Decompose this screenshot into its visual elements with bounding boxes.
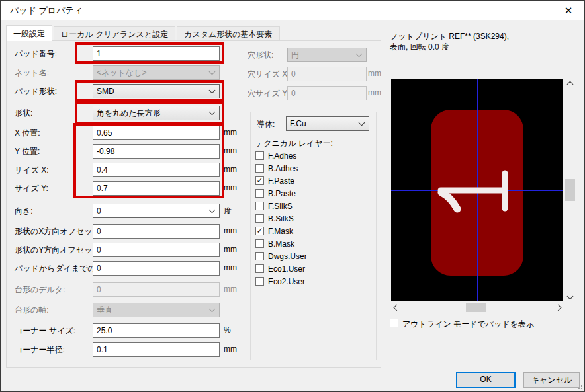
unchecked-checkbox-icon[interactable] (255, 264, 264, 273)
layer-checkbox-row[interactable]: F.SilkS (255, 200, 307, 212)
pad-type-select[interactable]: SMD (93, 84, 220, 98)
corner-radius-unit: mm (224, 344, 237, 354)
ok-button[interactable]: OK (456, 372, 516, 388)
scroll-down-icon[interactable] (564, 291, 576, 301)
hole-size-x-input: 0 (287, 67, 367, 81)
corner-size-label: コーナー サイズ: (15, 325, 75, 336)
layer-label: B.Adhes (268, 164, 298, 173)
pos-y-unit: mm (224, 146, 237, 155)
unchecked-checkbox-icon[interactable] (255, 239, 264, 248)
technical-layers-label: テクニカル レイヤー: (255, 138, 333, 149)
hole-shape-select: 円 (287, 48, 367, 62)
scroll-right-icon[interactable] (553, 302, 563, 313)
pad-properties-dialog: パッド プロパティ ✕ 一般設定 ローカル クリアランスと設定 カスタム形状の基… (0, 0, 585, 392)
pos-y-input[interactable]: -0.98 (93, 144, 220, 159)
scroll-left-icon[interactable] (391, 302, 402, 313)
unchecked-checkbox-icon[interactable] (255, 252, 264, 260)
shape-select[interactable]: 角を丸めた長方形 (93, 106, 220, 120)
layer-label: F.SilkS (268, 202, 292, 211)
outline-mode-checkbox[interactable] (390, 319, 398, 327)
chevron-down-icon (359, 120, 365, 126)
orientation-unit: 度 (224, 206, 232, 217)
hole-size-x-unit: mm (368, 69, 381, 78)
pad-number-input[interactable]: 1 (93, 46, 220, 61)
conductor-label: 導体: (257, 119, 275, 130)
orientation-combo[interactable]: 0 (93, 204, 220, 218)
chevron-down-icon (209, 109, 216, 116)
tab-local-clearance[interactable]: ローカル クリアランスと設定 (54, 26, 175, 41)
shape-label: 形状: (15, 108, 32, 119)
layer-label: Eco1.User (268, 264, 305, 274)
layer-label: F.Mask (268, 227, 293, 236)
layer-label: B.Paste (268, 189, 296, 198)
corner-radius-label: コーナー半径: (15, 344, 65, 356)
scroll-up-icon[interactable] (564, 79, 576, 89)
size-y-unit: mm (224, 183, 237, 192)
unchecked-checkbox-icon[interactable] (255, 214, 264, 223)
layer-label: B.Mask (268, 239, 294, 249)
chevron-down-icon (209, 69, 216, 75)
close-icon[interactable]: ✕ (558, 1, 579, 20)
layer-checkbox-row[interactable]: B.Paste (255, 187, 307, 200)
die-length-unit: mm (224, 263, 237, 272)
layer-checkbox-row[interactable]: B.SilkS (255, 212, 307, 225)
resize-grip-icon[interactable] (576, 383, 582, 389)
trapezoid-axis-select: 垂直 (93, 303, 220, 317)
pad-number-glyph (391, 79, 563, 301)
unchecked-checkbox-icon[interactable] (255, 189, 264, 198)
checked-checkbox-icon[interactable]: ✓ (255, 227, 264, 235)
layer-checkbox-row[interactable]: Dwgs.User (255, 250, 307, 262)
preview-horizontal-scrollbar[interactable] (391, 302, 563, 313)
layer-checkbox-row[interactable]: B.Adhes (255, 162, 307, 175)
layer-checkbox-row[interactable]: ✓F.Paste (255, 175, 307, 187)
chevron-down-icon (356, 51, 363, 58)
offset-y-input[interactable]: 0 (93, 243, 220, 257)
layer-checkbox-row[interactable]: ✓F.Mask (255, 225, 307, 237)
corner-size-unit: % (224, 325, 231, 334)
trapezoid-delta-label: 台形のデルタ: (15, 284, 65, 295)
preview-vertical-scrollbar[interactable] (564, 79, 576, 301)
layer-checkbox-row[interactable]: Eco1.User (255, 262, 307, 275)
hole-size-y-label: 穴サイズ Y: (248, 88, 289, 99)
footprint-info: フットプリント REF** (3SK294), 表面, 回転 0.0 度 (390, 31, 583, 52)
layer-label: Dwgs.User (268, 252, 307, 261)
die-length-input[interactable]: 0 (93, 261, 220, 276)
conductor-select[interactable]: F.Cu (286, 116, 369, 131)
horizontal-scrollbar-thumb[interactable] (466, 303, 486, 312)
window-title: パッド プロパティ (10, 1, 83, 20)
size-x-input[interactable]: 0.4 (93, 163, 220, 177)
footprint-info-line1: フットプリント REF** (3SK294), (390, 31, 583, 42)
cancel-button[interactable]: キャンセル (523, 372, 580, 388)
tab-custom-shape-primitives[interactable]: カスタム形状の基本要素 (177, 26, 279, 41)
trapezoid-delta-unit: mm (224, 284, 237, 294)
layer-checkbox-row[interactable]: B.Mask (255, 237, 307, 250)
pos-x-input[interactable]: 0.65 (93, 126, 220, 140)
layer-checkbox-row[interactable]: F.Adhes (255, 149, 307, 162)
pos-x-unit: mm (224, 128, 237, 137)
layer-label: F.Adhes (268, 151, 296, 161)
titlebar[interactable]: パッド プロパティ ✕ (1, 1, 584, 20)
pad-number-label: パッド番号: (15, 48, 57, 59)
unchecked-checkbox-icon[interactable] (255, 164, 264, 173)
corner-size-input[interactable]: 25.0 (93, 323, 220, 338)
pad-type-label: パッド形状: (15, 86, 57, 97)
pos-x-label: X 位置: (15, 128, 40, 139)
offset-x-input[interactable]: 0 (93, 224, 220, 239)
vertical-scrollbar-thumb[interactable] (565, 179, 575, 201)
chevron-down-icon (209, 207, 216, 214)
unchecked-checkbox-icon[interactable] (255, 277, 264, 286)
unchecked-checkbox-icon[interactable] (255, 202, 264, 210)
offset-y-label: 形状のY方向オフセット: (15, 245, 103, 256)
pad-preview-canvas[interactable] (391, 79, 563, 301)
checked-checkbox-icon[interactable]: ✓ (255, 176, 264, 185)
layer-label: Eco2.User (268, 277, 305, 286)
orientation-label: 向き: (15, 206, 33, 217)
corner-radius-input[interactable]: 0.1 (93, 342, 220, 357)
unchecked-checkbox-icon[interactable] (255, 151, 264, 160)
layer-checkbox-row[interactable]: Eco2.User (255, 275, 307, 288)
footer-separator (1, 368, 585, 368)
size-y-input[interactable]: 0.7 (93, 181, 220, 196)
size-y-label: サイズ Y: (15, 183, 48, 194)
tab-general-settings[interactable]: 一般設定 (6, 25, 52, 41)
footprint-info-line2: 表面, 回転 0.0 度 (390, 42, 583, 52)
